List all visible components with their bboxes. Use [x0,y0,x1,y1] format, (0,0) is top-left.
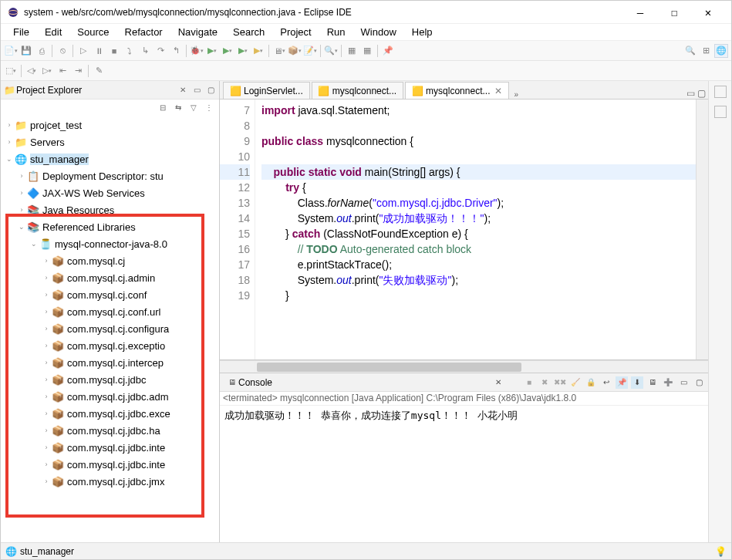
package-item[interactable]: ›📦com.mysql.cj.conf [1,286,219,303]
minimize-editor-icon[interactable]: ▭ [686,88,697,99]
remove-launch-icon[interactable]: ✖ [538,376,551,389]
tree-item[interactable]: Deployment Descriptor: stu [42,170,164,182]
step-over-icon[interactable]: ↷ [153,44,167,58]
package-item[interactable]: ›📦com.mysql.cj.jdbc [1,371,219,388]
package-item[interactable]: ›📦com.mysql.cj.conf.url [1,303,219,320]
menu-help[interactable]: Help [404,25,440,39]
maximize-view-icon[interactable]: ▢ [205,85,216,96]
console-output[interactable]: 成功加载驱动！！！ 恭喜你，成功连接了mysql！！！ 小花小明 [220,406,708,542]
editor-tab[interactable]: 🟨mysqlconnect... [312,82,403,99]
menu-window[interactable]: Window [353,25,404,39]
code-editor[interactable]: 78910111213141516171819 import java.sql.… [220,100,708,360]
run-on-server-dropdown[interactable]: ▶ [236,44,250,58]
project-tree[interactable]: ›📁projcet_test ›📁Servers ⌄🌐stu_manager ›… [1,115,219,542]
step-into-icon[interactable]: ↳ [138,44,152,58]
package-item[interactable]: ›📦com.mysql.cj.configura [1,320,219,337]
nav-4[interactable]: ⇥ [71,64,85,78]
search-dropdown[interactable]: 🔍 [324,44,338,58]
editor-vertical-scrollbar[interactable] [696,100,708,359]
profile-dropdown[interactable]: ▶ [251,44,265,58]
disconnect-icon[interactable]: ⤵ [123,44,137,58]
package-item[interactable]: ›📦com.mysql.cj.jdbc.ha [1,422,219,439]
menu-refactor[interactable]: Refactor [117,25,170,39]
new-java-dropdown[interactable]: 📦 [288,44,302,58]
task-list-icon[interactable] [714,106,727,118]
menu-search[interactable]: Search [225,25,272,39]
close-view-icon[interactable]: ✕ [177,85,188,96]
clear-console-icon[interactable]: 🧹 [569,376,582,389]
menu-edit[interactable]: Edit [37,25,69,39]
nav-dropdown[interactable]: ⬚ [4,64,18,78]
pin-console-icon[interactable]: 📌 [616,376,628,389]
new-class-dropdown[interactable]: 📝 [303,44,317,58]
open-perspective-icon[interactable]: ⊞ [699,44,713,58]
maximize-button[interactable]: ☐ [657,1,691,24]
editor-tab[interactable]: 🟨LoginServlet... [223,82,310,99]
open-console-icon[interactable]: ➕ [662,376,674,389]
collapse-all-icon[interactable]: ⊟ [157,102,168,113]
code-area[interactable]: import java.sql.Statement; public class … [255,100,696,359]
link-editor-icon[interactable]: ⇆ [173,102,184,113]
step-return-icon[interactable]: ↰ [169,44,183,58]
forward-dropdown[interactable]: ▷ [40,64,54,78]
misc-2[interactable]: ▦ [360,44,374,58]
word-wrap-icon[interactable]: ↩ [600,376,612,389]
maximize-console-icon[interactable]: ▢ [693,376,705,389]
close-tab-icon[interactable]: ✕ [494,86,502,96]
package-item[interactable]: ›📦com.mysql.cj.jdbc.jmx [1,473,219,490]
pin-icon[interactable]: 📌 [381,44,395,58]
referenced-libraries[interactable]: Referenced Libraries [42,221,136,233]
scroll-lock-icon[interactable]: 🔒 [585,376,597,389]
skip-breakpoints-icon[interactable]: ⦸ [56,44,69,58]
minimize-view-icon[interactable]: ▭ [191,85,202,96]
tree-item[interactable]: JAX-WS Web Services [42,187,145,199]
menu-run[interactable]: Run [319,25,353,39]
display-selected-icon[interactable]: 🖥 [646,376,659,389]
view-menu-icon[interactable]: ⋮ [204,102,214,113]
menu-navigate[interactable]: Navigate [170,25,225,39]
menu-source[interactable]: Source [69,25,116,39]
java-ee-perspective-icon[interactable]: 🌐 [714,44,728,58]
package-item[interactable]: ›📦com.mysql.cj.jdbc.adm [1,388,219,405]
package-item[interactable]: ›📦com.mysql.cj.admin [1,269,219,286]
save-all-button[interactable]: ⎙ [35,44,49,58]
jar-item[interactable]: mysql-connector-java-8.0 [55,238,167,250]
quick-access-icon[interactable]: 🔍 [683,44,697,58]
close-button[interactable]: ✕ [691,1,725,24]
menu-file[interactable]: File [5,25,37,39]
edit-icon[interactable]: ✎ [92,64,106,78]
coverage-dropdown[interactable]: ▶ [221,44,234,58]
show-on-output-icon[interactable]: ⬇ [631,376,643,389]
terminate-icon[interactable]: ■ [523,376,535,389]
tree-item[interactable]: Java Resources [42,204,114,216]
package-item[interactable]: ›📦com.mysql.cj.jdbc.inte [1,439,219,456]
package-item[interactable]: ›📦com.mysql.cj.exceptio [1,337,219,354]
package-item[interactable]: ›📦com.mysql.cj.jdbc.inte [1,456,219,473]
package-item[interactable]: ›📦com.mysql.cj.jdbc.exce [1,405,219,422]
project-item[interactable]: projcet_test [30,120,82,131]
menu-project[interactable]: Project [272,25,319,39]
nav-3[interactable]: ⇤ [56,64,69,78]
project-item[interactable]: stu_manager [30,153,89,165]
debug-dropdown[interactable]: 🐞 [190,44,204,58]
back-dropdown[interactable]: ◁ [25,64,39,78]
outline-view-icon[interactable] [714,86,727,98]
new-button[interactable]: 📄 [4,44,18,58]
resume-icon[interactable]: ▷ [76,44,90,58]
editor-tab-active[interactable]: 🟨mysqlconnect...✕ [405,82,509,99]
project-item[interactable]: Servers [30,137,65,148]
show-list-icon[interactable]: » [514,90,518,99]
pause-icon[interactable]: ⏸ [92,44,106,58]
maximize-editor-icon[interactable]: ▢ [697,88,708,99]
remove-all-icon[interactable]: ✖✖ [554,376,566,389]
filter-icon[interactable]: ▽ [188,102,199,113]
run-dropdown[interactable]: ▶ [205,44,219,58]
minimize-button[interactable]: — [623,1,657,24]
close-view-icon[interactable]: ✕ [492,376,504,389]
tip-icon[interactable]: 💡 [715,546,727,557]
minimize-console-icon[interactable]: ▭ [677,376,690,389]
editor-horizontal-scrollbar[interactable] [220,360,708,373]
misc-1[interactable]: ▦ [345,44,359,58]
new-server-dropdown[interactable]: 🖥 [272,44,286,58]
package-item[interactable]: ›📦com.mysql.cj.intercep [1,354,219,371]
